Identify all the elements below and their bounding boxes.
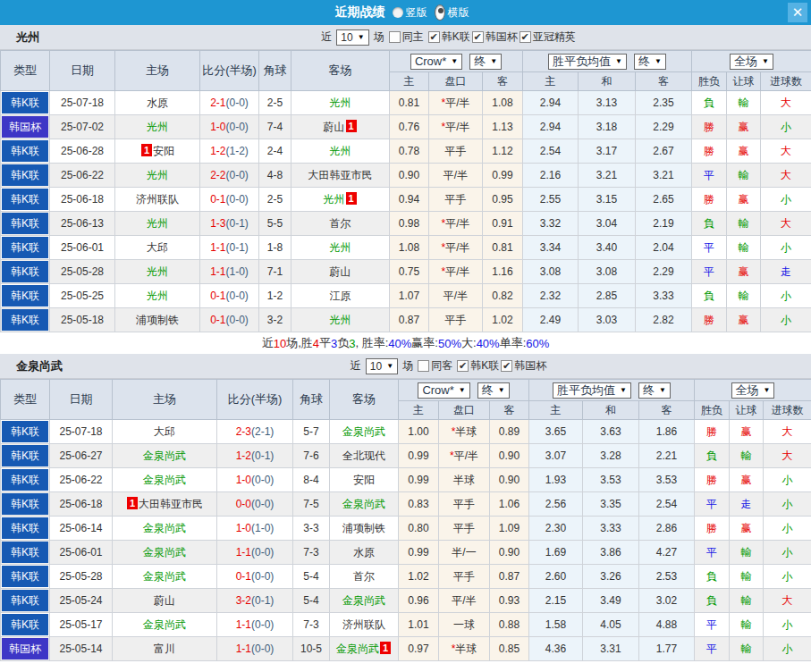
avg-home-cell: 1.58 [529,613,583,637]
scope-select[interactable]: 全场▼ [731,382,775,399]
fulltime-score: 0-1 [210,290,225,302]
same-venue-checkbox[interactable]: 同客 [418,358,452,374]
team-name-text: 首尔 [353,570,375,583]
away-team-cell: 水原 [330,541,399,565]
goals-result-cell: 小 [761,188,811,212]
avg-home-cell: 3.65 [529,420,583,444]
odds-provider-select[interactable]: Crow*▼ [410,54,462,70]
result-cell: 勝 [695,468,730,492]
layout-radio-vertical[interactable]: 竖版 [393,5,427,21]
corners-cell: 7-3 [293,541,330,565]
goals-result-cell: 大 [761,212,811,236]
avg-away-cell: 4.88 [639,613,695,637]
close-button[interactable]: ✕ [788,3,807,22]
away-odds-cell: 0.81 [483,236,523,260]
avg-home-cell: 2.94 [523,91,579,115]
team-name-text: 大田韩亚市民 [139,498,203,510]
league-badge: 韩K联 [2,614,48,635]
score-cell: 0-1(0-0) [200,188,259,212]
away-odds-cell: 0.99 [483,164,523,188]
summary-segment: 50% [438,337,461,350]
home-odds-cell: 0.81 [390,91,429,115]
avg-type-select[interactable]: 胜平负均值▼ [548,54,627,70]
games-suffix-label: 场 [402,358,413,374]
avg-away-cell: 3.02 [639,589,695,613]
chevron-down-icon: ▼ [459,386,466,394]
summary-segment: 场,胜 [286,335,313,351]
match-row: 韩K联25-06-181大田韩亚市民0-0(0-0)7-5金泉尚武0.83平手1… [1,492,811,517]
fulltime-score: 1-2 [210,145,225,157]
avg-away-cell: 2.19 [636,212,692,236]
avg-away-cell: 2.54 [639,492,695,517]
match-date: 25-05-25 [50,284,115,308]
games-count-select[interactable]: 10 ▼ [336,29,368,46]
away-team-cell: 全北现代 [330,444,399,468]
avg-type-select[interactable]: 胜平负均值▼ [553,382,631,399]
league-filter-checkbox[interactable]: ✔韩国杯 [501,358,546,374]
match-row: 韩K联25-05-25光州0-1(0-0)1-2江原1.07平/半0.822.3… [1,284,811,308]
avg-draw-cell: 3.63 [583,420,639,444]
team-name-text: 江原 [330,290,351,302]
corners-cell: 7-5 [293,492,330,517]
league-filter-label: 韩国杯 [514,358,546,374]
home-team-cell: 金泉尚武 [113,468,217,492]
league-type-cell: 韩K联 [1,284,50,308]
handicap-star: * [450,449,454,462]
goals-result-cell: 小 [764,517,811,541]
away-team-cell: 金泉尚武1 [330,637,399,661]
odds-final-select[interactable]: 终▼ [477,382,510,399]
red-card-badge: 1 [346,120,357,132]
same-venue-label: 同主 [402,29,424,45]
filter-bar: 近 10 ▼ 场 同主 ✔韩K联✔韩国杯✔亚冠精英 [235,29,575,46]
team-name-text: 金泉尚武 [143,522,186,534]
halftime-score: (2-1) [251,425,274,438]
radio-selected-icon [435,4,445,21]
avg-final-select[interactable]: 终▼ [634,54,666,70]
col-header-home: 主场 [113,380,217,420]
scope-select[interactable]: 全场▼ [730,54,773,70]
league-type-cell: 韩K联 [1,541,50,565]
home-odds-cell: 0.99 [399,468,439,492]
avg-final-select[interactable]: 终▼ [638,382,671,399]
league-type-cell: 韩K联 [1,91,50,115]
team-name-text: 金泉尚武 [336,643,379,655]
team-name-text: 金泉尚武 [143,618,186,631]
league-badge: 韩K联 [2,92,48,113]
handicap-cell: 平手 [439,492,490,517]
score-cell: 1-1(0-1) [200,236,259,260]
match-date: 25-06-01 [50,541,113,565]
team-name-text: 光州 [330,97,351,109]
odds-final-select[interactable]: 终▼ [469,54,502,70]
fulltime-score: 1-0 [236,522,251,534]
avg-draw-cell: 3.04 [579,212,636,236]
corners-cell: 3-3 [293,517,330,541]
layout-radio-horizontal[interactable]: 横版 [435,4,469,21]
league-filter-checkbox[interactable]: ✔韩国杯 [472,29,518,45]
team-name-text: 浦项制铁 [136,314,179,326]
team-name-text: 蔚山 [154,594,175,607]
goals-result-cell: 大 [764,589,811,613]
handicap-cell: 平手 [439,565,490,589]
avg-away-cell: 3.53 [639,468,695,492]
league-filter-checkbox[interactable]: ✔韩K联 [428,29,470,45]
team-name-text: 光州 [147,217,168,230]
league-filter-checkbox[interactable]: ✔亚冠精英 [520,29,576,45]
same-venue-checkbox[interactable]: 同主 [389,29,424,45]
home-odds-cell: 0.98 [390,212,429,236]
league-type-cell: 韩K联 [1,260,50,284]
avg-home-cell: 1.69 [529,541,583,565]
gimcheon-matches-table: 类型 日期 主场 比分(半场) 角球 客场 Crow*▼ 终▼ 胜平负均值▼ 终… [0,379,811,661]
sub-header-odds-home: 主 [390,72,429,91]
games-count-select[interactable]: 10 ▼ [366,358,398,374]
avg-away-cell: 2.53 [639,565,695,589]
team-name-text: 金泉尚武 [342,425,385,438]
league-filter-checkbox[interactable]: ✔韩K联 [457,358,499,374]
away-odds-cell: 0.95 [483,188,523,212]
away-team-cell: 金泉尚武 [330,492,399,517]
result-cell: 負 [695,565,730,589]
goals-result-cell: 大 [764,444,811,468]
team-name-text: 光州 [147,169,168,181]
avg-home-cell: 3.34 [523,236,579,260]
odds-provider-select[interactable]: Crow*▼ [418,382,469,399]
avg-home-cell: 3.08 [523,260,579,284]
